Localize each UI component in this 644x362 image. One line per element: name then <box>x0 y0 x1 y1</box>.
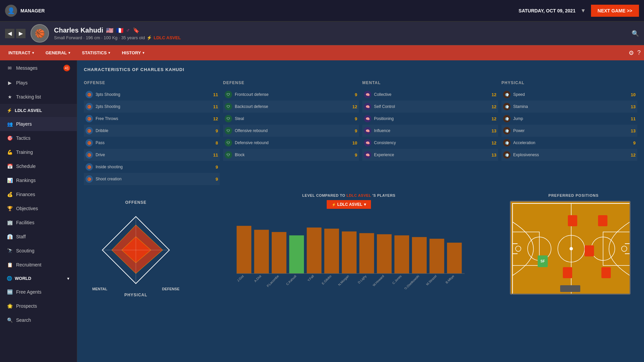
gear-icon[interactable]: ⚙ <box>629 49 634 57</box>
tab-history[interactable]: HISTORY ▾ <box>117 48 149 58</box>
sidebar-item-training[interactable]: 💪 Training <box>0 145 77 159</box>
physical-row: 💨 Acceleration 9 <box>501 137 637 149</box>
mental-header: MENTAL <box>362 79 498 88</box>
bar-label-2: P.Lacombe <box>266 274 280 288</box>
offense-row-name: Dribble <box>96 128 209 133</box>
defense-row-name: Backcourt defense <box>235 104 348 109</box>
physical-row-value: 10 <box>629 92 636 97</box>
date-dropdown-icon[interactable]: ▼ <box>581 8 586 14</box>
bar-10 <box>412 237 427 274</box>
physical-row: 💨 Stamina 13 <box>501 101 637 113</box>
team-selector-button[interactable]: ⚡ LDLC ASVEL ▾ <box>327 200 371 209</box>
sidebar-item-tactics[interactable]: 🎯 Tactics <box>0 131 77 145</box>
mental-row-name: Self Control <box>374 104 487 109</box>
physical-row-name: Stamina <box>513 104 626 109</box>
mental-row-icon: 🧠 <box>364 151 371 159</box>
defense-column: DEFENSE 🛡 Frontcourt defense 9 🛡 Backcou… <box>223 79 359 185</box>
bookmark-icon[interactable]: 🔖 <box>133 27 140 34</box>
mental-row: 🧠 Experience 13 <box>362 149 498 161</box>
offense-row: 🏀 Shoot creation 9 <box>84 173 220 185</box>
sidebar-item-scouting[interactable]: 🔭 Scouting <box>0 244 77 258</box>
prev-player-button[interactable]: ◀ <box>5 29 14 38</box>
defense-row-value: 9 <box>351 153 357 158</box>
mental-row-name: Positioning <box>374 116 487 121</box>
sidebar-item-recruitment[interactable]: 📋 Recruitment <box>0 258 77 272</box>
sidebar-item-finances[interactable]: 💰 Finances <box>0 187 77 201</box>
sidebar-item-free-agents[interactable]: 🆓 Free Agents <box>0 285 77 299</box>
help-icon[interactable]: ? <box>637 49 641 57</box>
bar-label-12: B.Mbye <box>445 274 455 284</box>
defense-row-value: 12 <box>351 104 357 109</box>
offense-row-value: 11 <box>211 92 218 97</box>
free-agents-icon: 🆓 <box>7 289 13 295</box>
world-header[interactable]: 🌐 WORLD ▼ <box>0 272 77 285</box>
sidebar-item-facilities[interactable]: 🏢 Facilities <box>0 216 77 230</box>
sidebar-item-prospects[interactable]: 🌟 Prospects <box>0 299 77 313</box>
offense-row: 🏀 Free Throws 12 <box>84 113 220 125</box>
tactics-icon: 🎯 <box>7 135 13 141</box>
physical-row: 💨 Explosiveness 12 <box>501 149 637 161</box>
offense-row-icon: 🏀 <box>86 103 93 110</box>
offense-row: 🏀 Inside shooting 9 <box>84 161 220 173</box>
mental-column: MENTAL 🧠 Collective 12 🧠 Self Control 12… <box>362 79 498 185</box>
offense-row-icon: 🏀 <box>86 163 93 171</box>
defense-row-icon: 🛡 <box>225 115 232 122</box>
tab-interact-arrow: ▾ <box>32 51 34 55</box>
scouting-icon: 🔭 <box>7 248 13 253</box>
team-header[interactable]: ⚡ LDLC ASVEL <box>0 104 77 117</box>
mental-row-icon: 🧠 <box>364 115 371 122</box>
offense-row: 🏀 3pts Shooting 11 <box>84 88 220 101</box>
offense-row-name: Drive <box>96 153 209 157</box>
defense-row-name: Defensive rebound <box>235 140 348 145</box>
player-photo: 🏀 <box>31 24 49 43</box>
offense-header: OFFENSE <box>84 79 220 88</box>
objectives-icon: 🏆 <box>7 206 13 211</box>
date-text: SATURDAY, OCT 09, 2021 <box>519 8 576 13</box>
tab-general[interactable]: GENERAL ▾ <box>41 48 75 58</box>
offense-row-value: 11 <box>211 104 218 109</box>
offense-row-icon: 🏀 <box>86 151 93 159</box>
mental-row-icon: 🧠 <box>364 127 371 134</box>
offense-row-name: Shoot creation <box>96 177 209 181</box>
tab-interact[interactable]: INTERACT ▾ <box>3 48 39 58</box>
defense-row: 🛡 Block 9 <box>223 149 359 161</box>
physical-row-icon: 💨 <box>503 91 511 98</box>
svg-point-19 <box>622 246 627 251</box>
main-layout: ✉ Messages 41 ▶ Plays ★ Tracking list ⚡ … <box>0 60 644 362</box>
next-player-button[interactable]: ▶ <box>16 29 25 38</box>
next-game-button[interactable]: NEXT GAME >> <box>591 5 639 17</box>
sidebar-item-tracking[interactable]: ★ Tracking list <box>0 90 77 104</box>
physical-column: PHYSICAL 💨 Speed 10 💨 Stamina 13 💨 Jump … <box>501 79 637 185</box>
messages-badge: 41 <box>63 65 70 71</box>
sidebar-item-players[interactable]: 👥 Players <box>0 117 77 131</box>
offense-row-name: 2pts Shooting <box>96 104 209 109</box>
defense-row-value: 9 <box>351 92 357 97</box>
search-icon[interactable]: 🔍 <box>632 30 639 37</box>
offense-row-value: 9 <box>211 177 218 182</box>
sidebar-item-objectives[interactable]: 🏆 Objectives <box>0 201 77 216</box>
physical-row-name: Speed <box>513 92 626 97</box>
offense-row-icon: 🏀 <box>86 139 93 146</box>
manager-section: 👤 MANAGER <box>5 5 45 17</box>
radar-offense-label: OFFENSE <box>125 200 147 205</box>
sidebar-item-plays[interactable]: ▶ Plays <box>0 76 77 90</box>
radar-side-labels: MENTAL DEFENSE <box>92 287 179 291</box>
rankings-icon: 📊 <box>7 178 13 183</box>
highlighted-player-position: SF <box>538 255 548 267</box>
player-position-5 <box>601 267 611 278</box>
sidebar-item-search[interactable]: 🔍 Search <box>0 313 77 327</box>
physical-row-value: 9 <box>629 140 636 145</box>
bar-chart-title: LEVEL COMPARED TO LDLC ASVEL 'S PLAYERS <box>195 193 503 197</box>
mental-row-icon: 🧠 <box>364 103 371 110</box>
sidebar-item-messages[interactable]: ✉ Messages 41 <box>0 60 77 76</box>
prospects-icon: 🌟 <box>7 303 13 309</box>
tab-statistics[interactable]: STATISTICS ▾ <box>77 48 115 58</box>
physical-row-name: Explosiveness <box>513 153 626 157</box>
sidebar-item-rankings[interactable]: 📊 Rankings <box>0 173 77 187</box>
sidebar-item-staff[interactable]: 👔 Staff <box>0 230 77 244</box>
bar-2 <box>272 232 286 274</box>
physical-row-value: 11 <box>629 116 636 121</box>
player-position-3 <box>585 245 594 256</box>
players-icon: 👥 <box>7 121 13 127</box>
sidebar-item-schedule[interactable]: 📅 Schedule <box>0 159 77 173</box>
